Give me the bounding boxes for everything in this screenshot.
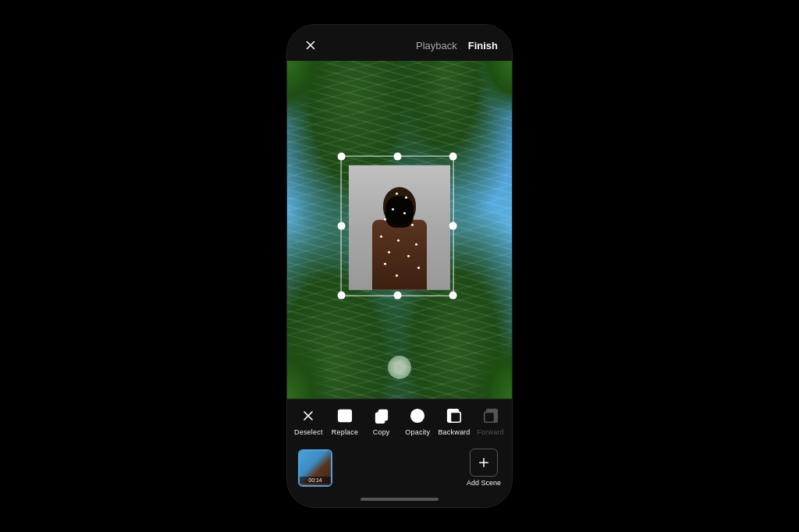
bottom-strip: 00:14 Add Scene [287, 444, 512, 495]
top-bar-actions: Playback Finish [416, 40, 498, 51]
dot-decoration [384, 262, 386, 264]
replace-button[interactable]: Replace [328, 406, 362, 436]
add-scene-label: Add Scene [467, 479, 501, 487]
forward-button[interactable]: Forward [474, 406, 508, 436]
dot-decoration [405, 196, 407, 198]
dot-decoration [403, 211, 406, 214]
add-scene-icon [470, 449, 498, 477]
canvas-area[interactable] [287, 61, 512, 399]
person-mask [385, 196, 414, 227]
finish-button[interactable]: Finish [468, 40, 498, 51]
svg-rect-3 [375, 413, 384, 423]
toolbar: Deselect Replace Copy [287, 399, 512, 444]
opacity-icon [407, 406, 428, 426]
deselect-button[interactable]: Deselect [291, 406, 325, 436]
flower-decoration [388, 356, 411, 379]
home-indicator [287, 495, 512, 507]
phone-frame: Playback Finish [286, 24, 513, 508]
dot-decoration [380, 235, 382, 237]
opacity-label: Opacity [405, 428, 430, 436]
image-icon [335, 406, 355, 426]
dot-decoration [388, 250, 390, 253]
copy-label: Copy [373, 428, 390, 436]
person-torso [372, 219, 427, 289]
add-scene-button[interactable]: Add Scene [467, 449, 501, 487]
timeline-thumbnail[interactable]: 00:14 [298, 449, 332, 487]
backward-icon [444, 406, 464, 426]
copy-button[interactable]: Copy [364, 406, 399, 436]
backward-label: Backward [438, 428, 470, 436]
forward-icon [481, 406, 501, 426]
dot-decoration [417, 266, 420, 268]
dot-decoration [415, 243, 417, 245]
dot-decoration [384, 218, 386, 220]
dot-decoration [411, 223, 414, 225]
person-head [383, 186, 416, 224]
deselect-label: Deselect [294, 428, 323, 436]
person-figure [364, 180, 435, 289]
playback-button[interactable]: Playback [416, 40, 457, 51]
portrait-layer[interactable] [349, 165, 450, 289]
replace-label: Replace [332, 428, 358, 436]
backward-button[interactable]: Backward [437, 406, 471, 436]
forward-label: Forward [477, 428, 503, 436]
dot-decoration [397, 239, 400, 241]
opacity-button[interactable]: Opacity [400, 406, 435, 436]
top-bar: Playback Finish [287, 25, 512, 61]
dot-decoration [407, 254, 410, 257]
portrait-background [349, 165, 450, 289]
dot-decoration [396, 274, 398, 276]
x-icon [298, 406, 318, 426]
svg-rect-6 [450, 412, 460, 422]
photo-composite [287, 61, 512, 399]
home-bar [360, 498, 439, 501]
copy-icon [371, 406, 392, 426]
dot-decoration [396, 192, 398, 194]
svg-rect-8 [484, 412, 494, 422]
close-button[interactable] [301, 36, 320, 55]
thumbnail-time: 00:14 [300, 477, 331, 484]
dot-decoration [392, 207, 394, 210]
svg-rect-0 [339, 410, 352, 422]
